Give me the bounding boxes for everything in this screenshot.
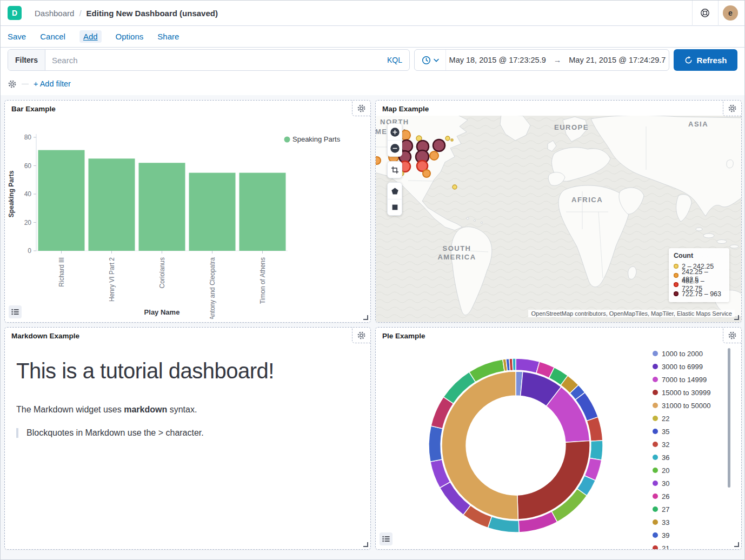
header-divider bbox=[692, 0, 693, 26]
draw-rectangle-icon[interactable] bbox=[388, 199, 402, 215]
panel-bar-example: Bar Example 020406080Richard IIIHenry VI… bbox=[4, 100, 371, 323]
bar-Coriolanus[interactable] bbox=[139, 163, 185, 251]
add-filter-link[interactable]: + Add filter bbox=[34, 79, 71, 88]
pie-legend-item-31000-to-50000[interactable]: 31000 to 50000 bbox=[653, 399, 724, 412]
menu-item-cancel[interactable]: Cancel bbox=[40, 32, 65, 41]
date-range: May 18, 2015 @ 17:23:25.9 → May 21, 2015… bbox=[446, 56, 669, 64]
pie-legend-item-3000-to-6999[interactable]: 3000 to 6999 bbox=[653, 360, 724, 373]
markdown-content: This is a tutorial dashboard! The Markdo… bbox=[5, 343, 370, 446]
svg-text:Antony and Cleopatra: Antony and Cleopatra bbox=[209, 257, 216, 319]
panel-resize-handle[interactable] bbox=[363, 315, 368, 320]
menu-item-options[interactable]: Options bbox=[116, 32, 144, 41]
pie-legend-item-15000-to-30999[interactable]: 15000 to 30999 bbox=[653, 386, 724, 399]
map-marker-yellow[interactable] bbox=[453, 185, 457, 189]
legend-scrollbar[interactable] bbox=[728, 348, 730, 488]
panel-options-gear-icon[interactable] bbox=[352, 328, 370, 343]
legend-toggle-icon[interactable] bbox=[380, 532, 393, 545]
zoom-in-button[interactable] bbox=[388, 124, 402, 140]
legend-label: 33 bbox=[662, 518, 669, 526]
map-marker-orange[interactable] bbox=[430, 151, 438, 160]
pie-legend-item-26[interactable]: 26 bbox=[653, 490, 724, 503]
search-input[interactable] bbox=[45, 56, 387, 65]
date-to[interactable]: May 21, 2015 @ 17:24:29.7 bbox=[569, 56, 666, 64]
panel-resize-handle[interactable] bbox=[734, 542, 739, 547]
legend-label: 3000 to 6999 bbox=[662, 363, 703, 371]
markdown-heading: This is a tutorial dashboard! bbox=[16, 359, 359, 383]
map-marker-orange[interactable] bbox=[423, 170, 430, 177]
pie-legend-item-33[interactable]: 33 bbox=[653, 516, 724, 529]
pie-slice-15000 to 30999[interactable] bbox=[517, 441, 590, 519]
legend-toggle-icon[interactable] bbox=[9, 305, 22, 318]
map-attribution[interactable]: OpenStreetMap contributors, OpenMapTiles… bbox=[528, 310, 735, 317]
pie-legend-item-20[interactable]: 20 bbox=[653, 464, 724, 477]
pie-legend-item-27[interactable]: 27 bbox=[653, 503, 724, 516]
pie-legend-item-36[interactable]: 36 bbox=[653, 451, 724, 464]
map-zoom-controls bbox=[387, 123, 402, 157]
zoom-out-button[interactable] bbox=[388, 140, 402, 156]
legend-color-dot bbox=[653, 403, 658, 408]
pie-slice-30[interactable] bbox=[516, 358, 540, 373]
bar-chart[interactable]: 020406080Richard IIIHenry VI Part 2Corio… bbox=[5, 116, 370, 319]
app-logo[interactable]: D bbox=[8, 6, 22, 20]
bar-Timon of Athens[interactable] bbox=[240, 173, 286, 251]
svg-text:0: 0 bbox=[28, 247, 31, 255]
pie-slice-36[interactable] bbox=[590, 441, 603, 460]
map-marker-dark[interactable] bbox=[433, 139, 445, 151]
legend-label: 21 bbox=[662, 544, 669, 550]
menu-item-share[interactable]: Share bbox=[157, 32, 179, 41]
pie-legend-item-1000-to-2000[interactable]: 1000 to 2000 bbox=[653, 347, 724, 360]
map-marker-yellow[interactable] bbox=[451, 139, 453, 141]
panel-resize-handle[interactable] bbox=[363, 542, 368, 547]
menu-item-add[interactable]: Add bbox=[79, 30, 102, 43]
pie-legend-item-39[interactable]: 39 bbox=[653, 529, 724, 542]
breadcrumb-current: Editing New Dashboard (unsaved) bbox=[87, 9, 218, 18]
avatar[interactable]: e bbox=[723, 5, 738, 21]
panel-options-gear-icon[interactable] bbox=[352, 101, 370, 116]
bar-Henry VI Part 2[interactable] bbox=[89, 158, 135, 251]
panel-title[interactable]: Map Example bbox=[376, 101, 723, 116]
pie-slice-39[interactable] bbox=[429, 426, 443, 462]
map-legend-item: 722.75 – 963 bbox=[674, 289, 724, 298]
help-icon[interactable] bbox=[700, 8, 710, 18]
date-picker: May 18, 2015 @ 17:23:25.9 → May 21, 2015… bbox=[414, 49, 669, 71]
svg-text:Coriolanus: Coriolanus bbox=[158, 257, 166, 288]
legend-label: 27 bbox=[662, 505, 669, 514]
refresh-button[interactable]: Refresh bbox=[674, 49, 737, 71]
panel-resize-handle[interactable] bbox=[734, 315, 739, 320]
breadcrumb-root[interactable]: Dashboard bbox=[35, 9, 74, 18]
pie-legend-item-35[interactable]: 35 bbox=[653, 425, 724, 438]
draw-polygon-icon[interactable] bbox=[388, 183, 402, 199]
time-quick-select-button[interactable] bbox=[415, 50, 446, 70]
pie-slice-36[interactable] bbox=[513, 358, 516, 370]
panel-options-gear-icon[interactable] bbox=[723, 101, 741, 116]
legend-label: 30 bbox=[662, 479, 669, 488]
map-marker-orange[interactable] bbox=[376, 157, 381, 164]
filter-settings-gear-icon[interactable] bbox=[8, 79, 17, 89]
panel-title[interactable]: Ple Example bbox=[376, 328, 723, 343]
pie-legend-item-32[interactable]: 32 bbox=[653, 438, 724, 451]
crop-tool-icon[interactable] bbox=[388, 162, 402, 178]
map-marker-dark[interactable] bbox=[401, 140, 413, 152]
pie-legend-item-30[interactable]: 30 bbox=[653, 477, 724, 490]
bar-Antony and Cleopatra[interactable] bbox=[189, 173, 236, 251]
map-marker-yellow[interactable] bbox=[445, 136, 450, 141]
panel-options-gear-icon[interactable] bbox=[723, 328, 741, 343]
svg-text:Timon of Athens: Timon of Athens bbox=[259, 257, 267, 304]
pie-legend-item-22[interactable]: 22 bbox=[653, 412, 724, 425]
panel-title[interactable]: Bar Example bbox=[5, 101, 352, 116]
panel-title[interactable]: Markdown Example bbox=[5, 328, 352, 343]
pie-legend-item-7000-to-14999[interactable]: 7000 to 14999 bbox=[653, 373, 724, 386]
pie-legend-item-21[interactable]: 21 bbox=[653, 542, 724, 550]
pie-legend: 1000 to 20003000 to 69997000 to 14999150… bbox=[653, 347, 724, 550]
legend-label: 35 bbox=[662, 428, 669, 436]
bar-Richard III[interactable] bbox=[38, 150, 85, 251]
map-legend: Count 2 – 242.25242.25 – 482.5482.5 – 72… bbox=[669, 248, 729, 302]
filters-button[interactable]: Filters bbox=[8, 50, 45, 70]
date-range-arrow: → bbox=[554, 56, 562, 64]
menu-item-save[interactable]: Save bbox=[8, 32, 26, 41]
breadcrumb: Dashboard / Editing New Dashboard (unsav… bbox=[35, 0, 218, 26]
chevron-down-icon bbox=[434, 58, 439, 62]
kql-toggle[interactable]: KQL bbox=[387, 56, 409, 64]
filter-bar: Filters KQL May 18, 2015 @ 17:23:25.9 → … bbox=[8, 49, 739, 71]
date-from[interactable]: May 18, 2015 @ 17:23:25.9 bbox=[449, 56, 546, 64]
